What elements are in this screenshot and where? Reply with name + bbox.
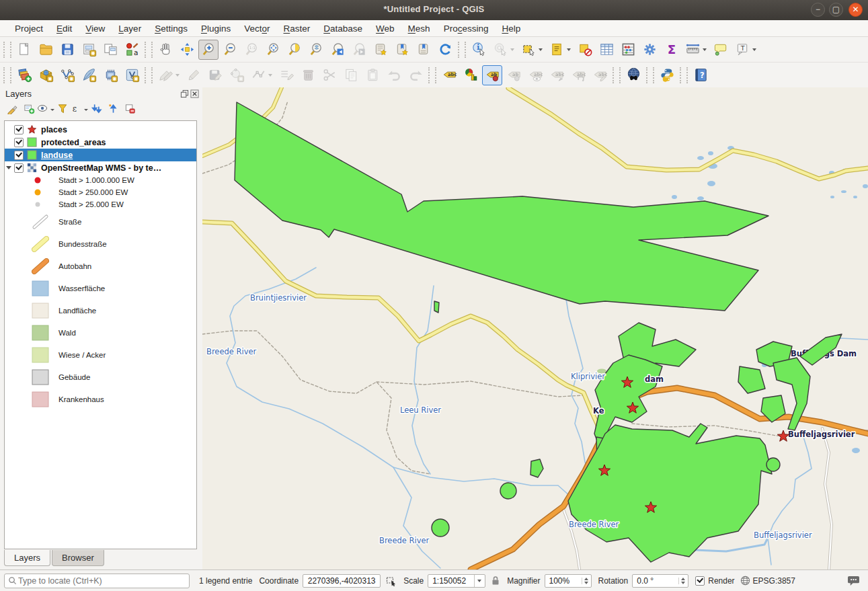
coordinate-field[interactable] [303, 574, 381, 588]
open-layer-styling-button[interactable] [4, 102, 20, 118]
refresh-map-button[interactable] [435, 40, 455, 60]
toolbar-handle[interactable] [646, 67, 654, 83]
open-project-button[interactable] [36, 40, 56, 60]
add-group-button[interactable] [21, 102, 37, 118]
save-project-button[interactable] [57, 40, 77, 60]
zoom-full-button[interactable] [263, 40, 283, 60]
select-by-form-button[interactable] [547, 40, 574, 60]
zoom-last-button[interactable] [327, 40, 348, 60]
magnifier-spin-buttons[interactable] [582, 578, 588, 584]
locate-input[interactable] [17, 576, 186, 586]
menu-help[interactable]: Help [495, 22, 527, 35]
layout-manager-button[interactable] [100, 40, 120, 60]
extents-toggle-icon[interactable] [386, 576, 397, 586]
legend-item[interactable]: Landfläche [5, 299, 196, 321]
python-console-button[interactable] [657, 65, 677, 85]
coordinate-input[interactable] [306, 576, 377, 586]
menu-view[interactable]: View [79, 22, 112, 35]
menu-vector[interactable]: Vector [237, 22, 276, 35]
legend-item[interactable]: Stadt > 25.000 EW [5, 198, 196, 210]
layer-item-openstreetmap-wms-by-te-[interactable]: OpenStreetMap WMS - by te… [5, 161, 196, 174]
remove-layer-button[interactable] [122, 102, 138, 118]
scale-dropdown-icon[interactable] [474, 575, 483, 587]
toolbar-handle[interactable] [613, 67, 621, 83]
legend-item[interactable]: Stadt > 250.000 EW [5, 186, 196, 198]
magnifier-spinner[interactable] [545, 574, 592, 588]
data-source-manager-button[interactable] [14, 65, 34, 85]
filter-legend-button[interactable] [54, 102, 71, 118]
measure-button[interactable] [682, 40, 709, 60]
legend-item[interactable]: Autobahn [5, 255, 196, 277]
toolbar-handle[interactable] [3, 67, 11, 83]
field-calculator-button[interactable] [618, 40, 638, 60]
pan-to-selection-button[interactable] [177, 40, 197, 60]
layer-item-landuse[interactable]: landuse [5, 149, 196, 161]
layer-checkbox[interactable] [14, 151, 24, 160]
scale-combo[interactable] [428, 574, 485, 588]
menu-processing[interactable]: Processing [437, 22, 496, 35]
close-button[interactable]: ✕ [849, 3, 863, 17]
messages-button[interactable] [847, 575, 860, 586]
panel-close-icon[interactable] [190, 89, 199, 98]
new-virtual-layer-button[interactable] [122, 65, 142, 85]
locate-search[interactable] [4, 574, 190, 588]
scale-input[interactable] [431, 576, 471, 586]
metasearch-button[interactable] [623, 65, 643, 85]
expander-icon[interactable] [6, 166, 11, 169]
tab-layers[interactable]: Layers [4, 550, 50, 566]
identify-features-button[interactable]: i [469, 40, 489, 60]
menu-edit[interactable]: Edit [50, 22, 79, 35]
highlight-pinned-labels-button[interactable]: ab [482, 65, 502, 85]
menu-layer[interactable]: Layer [112, 22, 148, 35]
zoom-out-button[interactable] [220, 40, 240, 60]
legend-item[interactable]: Stadt > 1.000.000 EW [5, 174, 196, 186]
toolbar-handle[interactable] [3, 42, 11, 58]
toolbar-handle[interactable] [458, 42, 466, 58]
toolbar-handle[interactable] [145, 67, 153, 83]
menu-web[interactable]: Web [369, 22, 401, 35]
maximize-button[interactable]: ▢ [829, 3, 843, 17]
layer-labeling-options-button[interactable]: abc [439, 65, 459, 85]
zoom-to-selection-button[interactable] [284, 40, 305, 60]
map-canvas[interactable]: Buffeljags Dam BruintjiesrivierBreede Ri… [202, 87, 868, 569]
legend-item[interactable]: Straße [5, 210, 196, 233]
processing-toolbox-button[interactable] [639, 40, 660, 60]
legend-item[interactable]: Wasserfläche [5, 277, 196, 299]
open-attribute-table-button[interactable] [596, 40, 617, 60]
new-project-button[interactable] [14, 40, 34, 60]
help-contents-button[interactable]: ? [691, 65, 711, 85]
menu-settings[interactable]: Settings [148, 22, 194, 35]
layer-item-protected-areas[interactable]: protected_areas [5, 136, 196, 149]
layer-checkbox[interactable] [14, 138, 24, 147]
new-shapefile-layer-button[interactable] [57, 65, 77, 85]
toolbar-handle[interactable] [428, 67, 436, 83]
manage-map-themes-button[interactable] [38, 102, 54, 118]
legend-item[interactable]: Gebäude [5, 366, 196, 388]
rotation-input[interactable] [635, 576, 676, 586]
panel-float-icon[interactable] [180, 89, 189, 98]
menu-raster[interactable]: Raster [277, 22, 317, 35]
menu-plugins[interactable]: Plugins [194, 22, 237, 35]
expand-all-button[interactable] [88, 102, 104, 118]
tab-browser[interactable]: Browser [52, 550, 104, 566]
collapse-all-button[interactable] [105, 102, 121, 118]
new-print-layout-button[interactable] [79, 40, 99, 60]
render-checkbox[interactable]: Render [695, 576, 734, 586]
new-memory-layer-button[interactable] [100, 65, 120, 85]
new-geopackage-layer-button[interactable] [36, 65, 56, 85]
legend-item[interactable]: Wiese / Acker [5, 344, 196, 366]
legend-item[interactable]: Wald [5, 321, 196, 344]
style-manager-button[interactable]: a [122, 40, 142, 60]
zoom-in-button[interactable] [198, 40, 219, 60]
legend-item[interactable]: Bundesstraße [5, 233, 196, 255]
layer-checkbox[interactable] [14, 125, 24, 134]
menu-project[interactable]: Project [8, 22, 50, 35]
rotation-spinner[interactable] [632, 574, 688, 588]
rotation-spin-buttons[interactable] [678, 578, 685, 584]
text-annotation-button[interactable]: T [732, 40, 759, 60]
layer-diagram-options-button[interactable] [461, 65, 481, 85]
new-spatial-bookmark-button[interactable] [370, 40, 391, 60]
deselect-all-button[interactable] [575, 40, 595, 60]
statistical-summary-button[interactable]: Σ [661, 40, 681, 60]
show-bookmark-manager-button[interactable] [413, 40, 434, 60]
